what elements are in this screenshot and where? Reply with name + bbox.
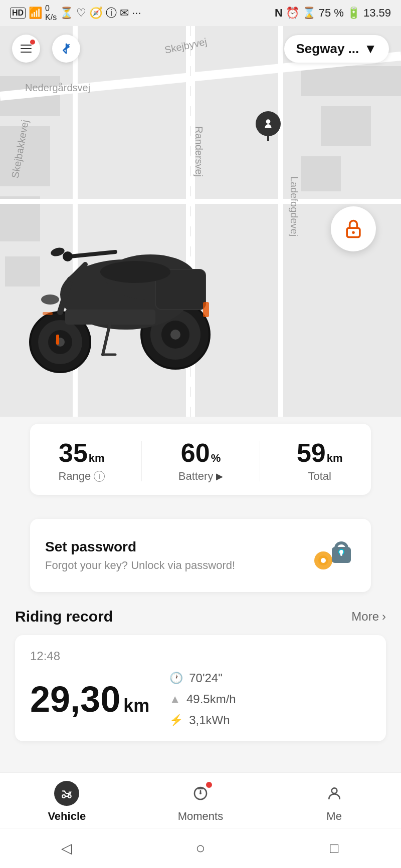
nav-item-moments[interactable]: Moments [170,781,231,823]
back-button[interactable]: ◁ [52,833,82,863]
password-section: Set password Forgot your key? Unlock via… [0,495,401,592]
battery-stat[interactable]: 60% Battery ▶ [178,440,224,483]
svg-point-25 [170,330,180,340]
riding-record-section: Riding record More › 12:48 29,30 km 🕐 70… [15,608,386,741]
data-speed: 0K/s [45,4,57,22]
dropdown-arrow-icon: ▼ [364,41,377,57]
nav-item-me[interactable]: Me [304,781,364,823]
svg-rect-41 [203,302,209,317]
record-distance-value: 29,30 [30,681,120,717]
svg-point-61 [199,792,202,794]
total-value: 59km [297,440,343,466]
battery-icon: 🔋 [347,7,360,20]
nav-item-vehicle[interactable]: Vehicle [37,781,97,823]
lock-icon [342,218,364,240]
clock: 13.59 [363,7,391,20]
range-value: 35km [59,440,105,466]
info-icon: ⓘ [106,6,117,21]
heart-icon: ♡ [76,7,86,20]
home-button[interactable]: ○ [185,833,216,863]
lock-key-icon [311,533,356,578]
menu-notification-dot [30,40,35,45]
vehicle-name: Segway ... [296,41,359,57]
svg-point-19 [266,119,271,124]
range-label: Range i [58,470,105,483]
record-card[interactable]: 12:48 29,30 km 🕐 70'24" ▲ 49.5km/h [15,635,386,741]
timer-icon: ⏳ [60,7,73,20]
recents-button[interactable]: □ [319,833,349,863]
battery-play-icon: ▶ [216,471,223,482]
pin-circle [256,111,281,136]
back-icon: ◁ [61,840,72,856]
record-main: 29,30 km 🕐 70'24" ▲ 49.5km/h ⚡ 3,1kWh [30,671,371,727]
record-details: 🕐 70'24" ▲ 49.5km/h ⚡ 3,1kWh [169,671,236,727]
record-energy-value: 3,1kWh [189,713,230,727]
vehicle-selector[interactable]: Segway ... ▼ [284,35,389,63]
more-link[interactable]: More › [351,610,386,624]
bluetooth-icon [59,42,73,56]
scooter-image [15,164,246,377]
record-distance-unit: km [123,695,149,716]
signal-icon: 📶 [29,7,42,20]
more-dots-icon: ··· [132,7,141,20]
record-speed-value: 49.5km/h [186,692,236,706]
hamburger-icon [21,45,32,53]
me-nav-label: Me [326,810,342,823]
moments-icon [192,785,209,801]
record-duration: 🕐 70'24" [169,671,236,685]
svg-point-21 [352,231,355,234]
chevron-right-icon: › [382,610,386,624]
password-title: Set password [45,539,235,555]
password-text: Set password Forgot your key? Unlock via… [45,539,235,572]
lock-button[interactable] [331,206,376,251]
hd-icon: HD [10,8,26,19]
range-info-icon[interactable]: i [94,471,105,482]
energy-icon: ⚡ [169,714,183,727]
moments-nav-label: Moments [178,810,223,823]
password-icon [311,533,356,578]
moments-badge [206,782,212,788]
home-icon: ○ [195,839,205,857]
svg-point-40 [41,295,59,305]
moments-nav-icon [188,781,213,806]
stat-divider-2 [260,441,260,481]
record-distance-display: 29,30 km [30,681,149,717]
person-nav-icon [326,785,342,801]
range-stat: 35km Range i [58,440,105,483]
svg-point-39 [100,261,170,283]
scooter-svg [15,164,246,375]
password-card[interactable]: Set password Forgot your key? Unlock via… [30,519,371,592]
person-icon [262,117,275,130]
svg-text:Nedergårdsvej: Nedergårdsvej [25,82,90,93]
stat-divider-1 [141,441,142,481]
svg-point-63 [331,788,337,793]
riding-record-header: Riding record More › [15,608,386,625]
battery-percent: 75 % [319,7,344,20]
svg-rect-6 [301,156,341,191]
mail-icon: ✉ [120,7,129,20]
battery-value: 60% [181,440,221,466]
stats-section: 35km Range i 60% Battery ▶ [0,417,401,495]
nav-icon: 🧭 [89,7,103,20]
bluetooth-status-icon: ⌛ [302,7,316,20]
location-pin [256,111,281,141]
more-label: More [351,610,379,624]
header-left-buttons [12,35,80,63]
vehicle-nav-icon [54,781,79,806]
alarm-icon: ⏰ [286,7,299,20]
total-stat: 59km Total [297,440,343,483]
map-area[interactable]: Skejbyvej Nedergårdsvej Skejbakkevej Ran… [0,26,401,417]
total-label: Total [308,470,331,483]
svg-point-35 [63,251,73,261]
svg-point-48 [321,558,326,563]
record-duration-value: 70'24" [189,671,223,685]
menu-button[interactable] [12,35,40,63]
svg-point-58 [63,795,66,798]
bluetooth-button[interactable] [52,35,80,63]
clock-record-icon: 🕐 [169,672,183,685]
status-bar: HD 📶 0K/s ⏳ ♡ 🧭 ⓘ ✉ ··· N ⏰ ⌛ 75 % 🔋 13.… [0,0,401,26]
svg-rect-42 [43,312,53,315]
bottom-nav: Vehicle Moments Me [0,772,401,828]
record-energy: ⚡ 3,1kWh [169,713,236,727]
riding-record-title: Riding record [15,608,113,625]
